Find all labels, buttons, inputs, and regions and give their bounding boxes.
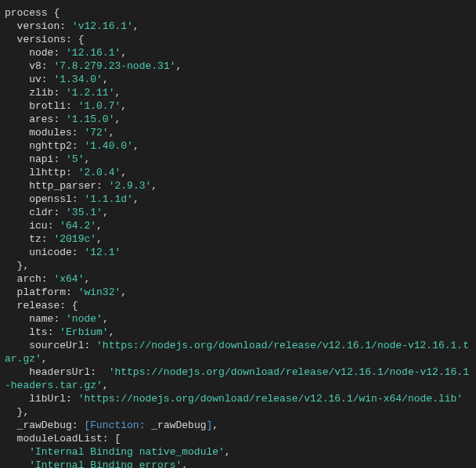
function-name: _rawDebug	[151, 419, 206, 431]
val-zlib: '1.2.11'	[66, 87, 114, 99]
key-platform: platform	[17, 286, 66, 298]
val-modules: '72'	[84, 127, 108, 139]
key-name: name	[29, 313, 53, 325]
val-node: '12.16.1'	[66, 47, 121, 59]
key-sourceurl: sourceUrl	[29, 340, 84, 351]
key-zlib: zlib	[29, 87, 53, 99]
key-headersurl: headersUrl	[29, 366, 90, 378]
key-liburl: libUrl	[29, 393, 66, 405]
val-icu: '64.2'	[60, 220, 96, 232]
key-lts: lts	[29, 326, 47, 338]
val-tz: '2019c'	[53, 233, 96, 245]
val-ares: '1.15.0'	[66, 113, 114, 125]
key-openssl: openssl	[29, 193, 72, 205]
key-http_parser: http_parser	[29, 180, 96, 192]
module-item: 'Internal Binding errors'	[29, 459, 182, 468]
key-versions: versions	[17, 34, 66, 45]
key-release: release	[17, 300, 60, 311]
key-icu: icu	[29, 220, 47, 232]
key-moduleloadlist: moduleLoadList	[17, 433, 103, 445]
val-version: 'v12.16.1'	[72, 20, 133, 32]
key-nghttp2: nghttp2	[29, 140, 72, 152]
val-llhttp: '2.0.4'	[78, 167, 121, 178]
val-brotli: '1.0.7'	[78, 100, 121, 112]
val-http_parser: '2.9.3'	[109, 180, 152, 192]
val-nghttp2: '1.40.0'	[84, 140, 132, 152]
key-v8: v8	[29, 60, 41, 72]
val-openssl: '1.1.1d'	[84, 193, 132, 205]
key-node: node	[29, 47, 53, 59]
key-ares: ares	[29, 113, 53, 125]
val-unicode: '12.1'	[84, 247, 121, 258]
val-release-lts: 'Erbium'	[60, 326, 108, 338]
val-v8: '7.8.279.23-node.31'	[53, 60, 175, 72]
key-arch: arch	[17, 273, 41, 285]
object-name: process	[5, 7, 48, 19]
val-uv: '1.34.0'	[53, 74, 102, 85]
key-unicode: unicode	[29, 247, 72, 258]
function-label: [Function:	[84, 419, 151, 431]
val-release-name: 'node'	[66, 313, 103, 325]
key-tz: tz	[29, 233, 41, 245]
key-version: version	[17, 20, 60, 32]
val-cldr: '35.1'	[66, 207, 103, 218]
val-liburl: 'https://nodejs.org/download/release/v12…	[78, 393, 463, 405]
key-modules: modules	[29, 127, 72, 139]
key-napi: napi	[29, 153, 53, 165]
key-uv: uv	[29, 74, 41, 85]
code-output: process { version: 'v12.16.1', versions:…	[0, 0, 476, 468]
module-item: 'Internal Binding native_module'	[29, 446, 225, 458]
key-brotli: brotli	[29, 100, 66, 112]
val-platform: 'win32'	[78, 286, 121, 298]
val-arch: 'x64'	[53, 273, 84, 285]
key-cldr: cldr	[29, 207, 53, 218]
key-rawdebug: _rawDebug	[17, 419, 72, 431]
key-llhttp: llhttp	[29, 167, 66, 178]
val-napi: '5'	[66, 153, 84, 165]
